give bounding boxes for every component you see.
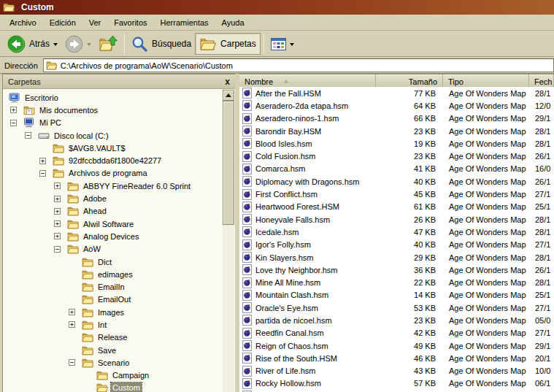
file-row-mine-all-mine-hsm[interactable]: Mine All Mine.hsm22 KBAge Of Wonders Map… bbox=[239, 276, 554, 288]
menu-item-favoritos[interactable]: Favoritos bbox=[107, 16, 153, 29]
file-row-rise-of-the-south-hsm[interactable]: Rise of the South.HSM46 KBAge Of Wonders… bbox=[239, 352, 554, 364]
tree-item-escritorio[interactable]: Escritorio bbox=[3, 91, 223, 104]
file-row-mountain-clash-hsm[interactable]: Mountain Clash.hsm14 KBAge Of Wonders Ma… bbox=[239, 289, 554, 301]
file-row-blood-isles-hsm[interactable]: Blood Isles.hsm19 KBAge Of Wonders Map28… bbox=[239, 137, 554, 150]
expand-icon[interactable]: + bbox=[54, 182, 61, 189]
up-button[interactable] bbox=[95, 33, 121, 55]
file-row-heartwood-forest-hsm[interactable]: Heartwood Forest.HSM61 KBAge Of Wonders … bbox=[239, 201, 554, 213]
file-date: 28/1 bbox=[529, 228, 554, 237]
tree-item-label: EmailOut bbox=[96, 294, 132, 304]
tree-item-abbyy-finereader-6-0-sprint[interactable]: +ABBYY FineReader 6.0 Sprint bbox=[3, 180, 223, 192]
menu-item-archivo[interactable]: Archivo bbox=[3, 16, 43, 29]
file-row-reign-of-chaos-hsm[interactable]: Reign of Chaos.hsm49 KBAge Of Wonders Ma… bbox=[239, 339, 554, 352]
tree-item-analog-devices[interactable]: +Analog Devices bbox=[3, 230, 223, 242]
tree-item-edimages[interactable]: edimages bbox=[3, 268, 223, 280]
tree-item-adobe[interactable]: +Adobe bbox=[3, 192, 223, 204]
tree-item-campaign[interactable]: Campaign bbox=[3, 369, 223, 382]
aow-map-file-icon bbox=[242, 164, 252, 174]
tree-item-label: Campaign bbox=[111, 370, 150, 380]
tree-item-custom[interactable]: Custom bbox=[3, 382, 223, 392]
scroll-up-button[interactable] bbox=[223, 90, 234, 101]
column-header-tipo[interactable]: Tipo bbox=[443, 74, 529, 87]
file-row-igor-s-folly-hsm[interactable]: Igor's Folly.hsm40 KBAge Of Wonders Map2… bbox=[239, 239, 554, 251]
folders-button[interactable]: Carpetas bbox=[195, 33, 261, 55]
collapse-icon[interactable]: − bbox=[39, 170, 46, 177]
file-size: 64 KB bbox=[376, 101, 443, 110]
folder-icon bbox=[82, 269, 93, 280]
forward-icon bbox=[65, 35, 83, 53]
tree-item-aow[interactable]: −AoW bbox=[3, 243, 223, 255]
file-row-reedfin-canal-hsm[interactable]: Reedfin Canal.hsm42 KBAge Of Wonders Map… bbox=[239, 327, 554, 339]
tree-item-archivos-de-programa[interactable]: −Archivos de programa bbox=[3, 167, 223, 180]
file-row-aseradero-2da-etapa-hsm[interactable]: Aseradero-2da etapa.hsm64 KBAge Of Wonde… bbox=[239, 99, 554, 112]
file-size: 23 KB bbox=[376, 152, 443, 161]
file-row-partida-de-nicoel-hsm[interactable]: partida de nicoel.hsm23 KBAge Of Wonders… bbox=[239, 314, 554, 326]
tree-item-ahead[interactable]: +Ahead bbox=[3, 205, 223, 218]
menu-item-herramientas[interactable]: Herramientas bbox=[154, 16, 215, 29]
views-dropdown-icon[interactable] bbox=[290, 43, 294, 48]
collapse-icon[interactable]: − bbox=[54, 246, 61, 253]
file-row-oracle-s-eye-hsm[interactable]: Oracle's Eye.hsm53 KBAge Of Wonders Map2… bbox=[239, 301, 554, 314]
views-button[interactable] bbox=[267, 33, 298, 55]
expand-icon[interactable]: + bbox=[54, 196, 61, 202]
tree-scrollbar[interactable] bbox=[223, 90, 234, 392]
file-type: Age Of Wonders Map bbox=[443, 278, 529, 287]
forward-button[interactable] bbox=[61, 33, 95, 55]
expand-icon[interactable]: + bbox=[54, 233, 61, 239]
expand-icon[interactable]: + bbox=[54, 208, 61, 215]
tree-item-images[interactable]: +Images bbox=[3, 306, 223, 318]
column-header-nombre[interactable]: Nombre bbox=[239, 74, 376, 87]
address-input[interactable]: C:\Archivos de programa\AoW\Scenario\Cus… bbox=[43, 58, 554, 72]
file-row-barondir-bay-hsm[interactable]: Barondir Bay.HSM23 KBAge Of Wonders Map2… bbox=[239, 125, 554, 137]
tree-item-release[interactable]: Release bbox=[3, 331, 223, 344]
file-row-kin-slayers-hsm[interactable]: Kin Slayers.hsm29 KBAge Of Wonders Map28… bbox=[239, 251, 554, 264]
file-row-comarca-hsm[interactable]: Comarca.hsm41 KBAge Of Wonders Map16/0 bbox=[239, 163, 554, 175]
folder-icon bbox=[82, 345, 93, 356]
file-row-love-thy-neighbor-hsm[interactable]: Love thy Neighbor.hsm36 KBAge Of Wonders… bbox=[239, 264, 554, 276]
collapse-icon[interactable]: − bbox=[25, 132, 31, 139]
file-row-river-of-life-hsm[interactable]: River of Life.hsm43 KBAge Of Wonders Map… bbox=[239, 365, 554, 377]
menu-item-ayuda[interactable]: Ayuda bbox=[215, 16, 251, 29]
tree-item-emailin[interactable]: EmailIn bbox=[3, 280, 223, 293]
expand-icon[interactable]: + bbox=[39, 158, 46, 164]
tree-item-emailout[interactable]: EmailOut bbox=[3, 293, 223, 306]
file-row-diplomacy-with-dragons-hsm[interactable]: Diplomacy with Dragons.hsm40 KBAge Of Wo… bbox=[239, 175, 554, 188]
file-row-aseradero-ninos-1-hsm[interactable]: Aseradero-ninos-1.hsm66 KBAge Of Wonders… bbox=[239, 112, 554, 125]
tree-item-save[interactable]: Save bbox=[3, 344, 223, 356]
back-button[interactable]: Atrás bbox=[4, 33, 61, 55]
scrollbar-thumb[interactable] bbox=[223, 101, 234, 225]
expand-icon[interactable]: + bbox=[69, 321, 75, 328]
close-icon[interactable]: x bbox=[225, 78, 230, 85]
column-header-tamano[interactable]: Tamaño bbox=[376, 74, 443, 87]
tree-item-alwil-software[interactable]: +Alwil Software bbox=[3, 218, 223, 230]
file-row-icedale-hsm[interactable]: Icedale.hsm47 KBAge Of Wonders Map28/1 bbox=[239, 226, 554, 238]
expand-icon[interactable]: + bbox=[69, 309, 75, 315]
file-row-rocky-hollow-hsm[interactable]: Rocky Hollow.hsm57 KBAge Of Wonders Map0… bbox=[239, 377, 554, 390]
tree-item-mi-pc[interactable]: −Mi PC bbox=[3, 117, 223, 129]
file-row-after-the-fall-hsm[interactable]: After the Fall.HSM77 KBAge Of Wonders Ma… bbox=[239, 87, 554, 99]
menu-item-ver[interactable]: Ver bbox=[82, 16, 108, 29]
column-header-fech[interactable]: Fech bbox=[529, 74, 554, 87]
expand-icon[interactable]: + bbox=[10, 107, 17, 113]
menu-item-edicion[interactable]: Edición bbox=[43, 16, 82, 29]
files-pane: NombreTamañoTipoFech After the Fall.HSM7… bbox=[239, 74, 554, 392]
tree-item-dict[interactable]: Dict bbox=[3, 255, 223, 268]
tree-item-mis-documentos[interactable]: +Mis documentos bbox=[3, 104, 223, 116]
collapse-icon[interactable]: − bbox=[69, 359, 75, 366]
title-bar[interactable]: Custom bbox=[0, 0, 554, 15]
file-row-first-conflict-hsm[interactable]: First Conflict.hsm45 KBAge Of Wonders Ma… bbox=[239, 188, 554, 200]
search-button[interactable]: Búsqueda bbox=[128, 33, 195, 55]
forward-dropdown-icon[interactable] bbox=[87, 43, 91, 48]
tree-item-int[interactable]: +Int bbox=[3, 318, 223, 331]
tree-item-disco-local-c[interactable]: −Disco local (C:) bbox=[3, 129, 223, 142]
file-row-honeyvale-falls-hsm[interactable]: Honeyvale Falls.hsm26 KBAge Of Wonders M… bbox=[239, 213, 554, 226]
up-folder-icon bbox=[99, 35, 118, 53]
expand-icon[interactable]: + bbox=[54, 220, 61, 227]
tree-item-avg8-vault[interactable]: $AVG8.VAULT$ bbox=[3, 142, 223, 154]
tree-item-scenario[interactable]: −Scenario bbox=[3, 356, 223, 369]
folder-icon bbox=[67, 231, 79, 242]
collapse-icon[interactable]: − bbox=[10, 120, 17, 126]
back-dropdown-icon[interactable] bbox=[53, 43, 58, 48]
file-row-cold-fusion-hsm[interactable]: Cold Fusion.hsm23 KBAge Of Wonders Map26… bbox=[239, 150, 554, 162]
tree-item-92dfccbdda6f1800e42277[interactable]: +92dfccbdda6f1800e42277 bbox=[3, 154, 223, 166]
